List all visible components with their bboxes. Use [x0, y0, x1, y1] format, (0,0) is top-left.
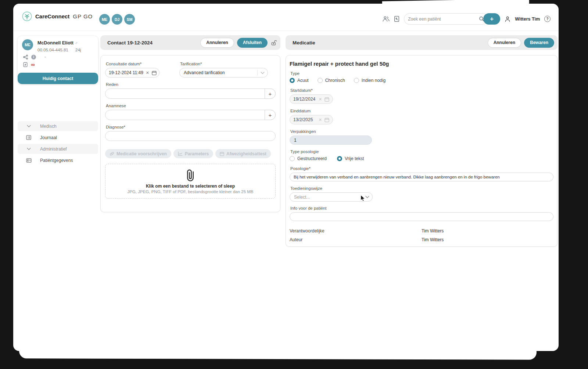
verantwoordelijke-value: Tim Witters — [422, 228, 444, 234]
brand-suffix: GP GO — [73, 13, 93, 19]
unlock-icon[interactable] — [271, 40, 277, 46]
radio-vrije-tekst[interactable]: Vrije tekst — [337, 156, 364, 161]
sidebar-item-patientgegevens[interactable]: Patiëntgegevens — [18, 155, 98, 165]
reden-label: Reden — [106, 82, 276, 87]
recent-patient-avatar[interactable]: DJ — [112, 14, 122, 25]
sidebar-item-journaal[interactable]: Journaal — [18, 133, 98, 142]
medication-save-button[interactable]: Bewaren — [524, 38, 554, 48]
verpakkingen-label: Verpakkingen — [290, 129, 553, 134]
app-logo: CareConnect GP GO — [22, 11, 93, 21]
top-right-cluster: + Witters Tim ? — [383, 13, 551, 25]
calendar-icon[interactable] — [152, 70, 157, 75]
radio-icon — [337, 156, 342, 161]
patient-info-label: Info voor de patiënt — [290, 206, 553, 210]
pill-icon — [110, 151, 114, 156]
absence-certificate-button[interactable]: Afwezigheidsattest — [215, 149, 271, 158]
consult-date-input[interactable]: 19-12-2024 11:49 ✕ — [105, 68, 159, 77]
gmd-link-icon[interactable]: ∞ — [31, 63, 35, 66]
patient-quick-icons-row1: i - — [23, 54, 46, 59]
chart-icon — [178, 152, 183, 156]
contact-close-button[interactable]: Afsluiten — [237, 38, 268, 48]
radio-gestructureerd[interactable]: Gestructureerd — [290, 156, 327, 161]
posologie-input[interactable] — [290, 173, 553, 181]
medication-panel-body: Flamigel repair + protect hand gel 50g T… — [286, 55, 557, 247]
add-patient-button[interactable]: + — [483, 13, 500, 25]
eid-card-icon[interactable] — [394, 16, 399, 22]
radio-icon — [290, 78, 295, 83]
radio-acuut[interactable]: Acuut — [290, 78, 309, 83]
toediening-select[interactable]: Select... — [290, 192, 373, 202]
verpakkingen-input[interactable] — [290, 135, 372, 145]
verantwoordelijke-label: Verantwoordelijke — [290, 228, 422, 234]
auteur-value: Tim Witters — [422, 237, 444, 242]
anamnese-input[interactable] — [105, 110, 276, 120]
sidebar: ME McDonnell Eliott ♂ 00.05.04-445.81 24… — [18, 36, 98, 167]
diagnose-label: Diagnose* — [106, 125, 276, 129]
einddatum-input[interactable]: 13/2/2025 ✕ — [290, 115, 333, 124]
info-icon[interactable]: i — [31, 55, 36, 59]
clear-icon[interactable]: ✕ — [146, 71, 149, 75]
search-field[interactable] — [404, 13, 488, 25]
contact-card-icon — [25, 158, 32, 163]
contact-panel-header: Contact 19-12-2024 Annuleren Afsluiten — [100, 35, 280, 50]
medication-panel: Medicatie Annuleren Bewaren Flamigel rep… — [286, 35, 557, 247]
patients-icon[interactable] — [383, 16, 390, 22]
patient-info-input[interactable] — [290, 212, 553, 221]
recent-patient-avatar[interactable]: SM — [124, 14, 135, 25]
current-contact-button[interactable]: Huidig contact — [18, 73, 98, 84]
reden-add-button[interactable]: + — [265, 88, 276, 99]
drug-name: Flamigel repair + protect hand gel 50g — [290, 61, 553, 67]
radio-indien-nodig[interactable]: Indien nodig — [354, 78, 386, 83]
contact-actions: Medicatie voorschrijven Parameters — [105, 149, 276, 158]
posologie-label: Posologie* — [290, 166, 553, 171]
radio-chronisch[interactable]: Chronisch — [318, 78, 345, 83]
calendar-icon — [325, 117, 329, 122]
calendar-icon — [220, 152, 224, 156]
careconnect-logo-icon — [22, 11, 32, 21]
tarification-label: Tarification* — [180, 62, 268, 66]
medication-panel-title: Medicatie — [293, 40, 488, 46]
sidebar-item-administratief[interactable]: Administratief — [18, 144, 98, 154]
recent-patient-avatar[interactable]: ME — [99, 14, 110, 25]
plus-icon: + — [490, 15, 494, 23]
help-icon[interactable]: ? — [544, 16, 551, 22]
patient-card: ME McDonnell Eliott ♂ 00.05.04-445.81 24… — [18, 36, 98, 84]
prescribe-medication-button[interactable]: Medicatie voorschrijven — [105, 149, 171, 158]
radio-icon — [318, 78, 323, 83]
tarification-select[interactable]: Advanced tarification — [179, 68, 268, 77]
anamnese-add-button[interactable]: + — [265, 110, 276, 120]
einddatum-label: Einddatum — [290, 109, 553, 113]
file-upload-dropzone[interactable]: Klik om een bestand te selecteren of sle… — [105, 164, 276, 199]
startdatum-input[interactable]: 19/12/2024 ✕ — [290, 94, 333, 104]
verantwoordelijke-row: Verantwoordelijke Tim Witters — [290, 228, 553, 234]
radio-icon — [354, 78, 359, 83]
user-icon[interactable] — [505, 16, 510, 22]
document-icon[interactable] — [23, 62, 28, 67]
patient-age: 24j — [75, 48, 81, 52]
consult-date-label: Consultatie datum* — [106, 62, 159, 66]
recent-patient-avatars: ME DJ SM — [99, 14, 135, 25]
diagnose-input[interactable] — [105, 131, 276, 141]
chevron-down-icon — [25, 148, 32, 150]
current-user-name[interactable]: Witters Tim — [515, 17, 540, 22]
patient-name: McDonnell Eliott ♂ — [37, 40, 78, 46]
chevron-down-icon — [261, 72, 265, 74]
medication-cancel-button[interactable]: Annuleren — [488, 38, 521, 48]
patient-avatar: ME — [22, 39, 33, 50]
contact-panel-body: Consultatie datum* 19-12-2024 11:49 ✕ Ta… — [100, 55, 280, 212]
patient-national-id: 00.05.04-445.81 — [37, 48, 68, 52]
plus-icon: + — [269, 112, 272, 118]
paperclip-icon — [186, 169, 195, 182]
male-icon: ♂ — [75, 41, 78, 45]
anamnese-label: Anamnese — [106, 104, 276, 108]
search-input[interactable] — [408, 17, 479, 22]
reden-input[interactable] — [105, 88, 276, 99]
sidebar-item-medisch[interactable]: Medisch — [18, 121, 98, 131]
type-radio-group: Acuut Chronisch Indien nodig — [290, 78, 553, 83]
share-icon[interactable] — [23, 55, 28, 59]
contact-cancel-button[interactable]: Annuleren — [200, 38, 234, 48]
app-window: CareConnect GP GO ME DJ SM — [13, 4, 559, 351]
auteur-label: Auteur — [290, 237, 422, 242]
chevron-down-icon — [25, 125, 32, 127]
parameters-button[interactable]: Parameters — [173, 149, 213, 158]
